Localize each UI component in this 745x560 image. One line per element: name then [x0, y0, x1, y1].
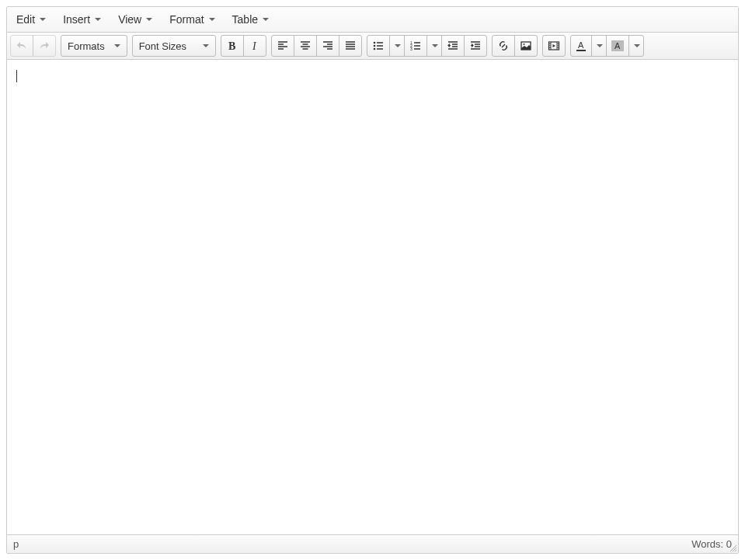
italic-button[interactable]: I: [243, 35, 266, 57]
indent-button[interactable]: [464, 35, 487, 57]
bold-icon: B: [226, 40, 238, 52]
bg-color-icon: A: [611, 40, 624, 51]
number-list-button[interactable]: 123: [404, 35, 427, 57]
fontsizes-select[interactable]: Font Sizes: [132, 35, 216, 57]
bold-button[interactable]: B: [221, 35, 244, 57]
align-group: [271, 35, 362, 57]
outdent-button[interactable]: [441, 35, 465, 57]
bold-italic-group: B I: [221, 35, 266, 57]
word-count-label: Words:: [691, 538, 723, 550]
formats-select[interactable]: Formats: [61, 35, 127, 57]
align-center-icon: [299, 40, 312, 52]
statusbar: p Words: 0: [7, 534, 738, 553]
align-justify-icon: [344, 40, 357, 52]
editor-container: Edit Insert View Format Table: [6, 6, 739, 554]
svg-text:A: A: [578, 40, 584, 50]
menu-insert-label: Insert: [63, 13, 90, 26]
redo-button[interactable]: [33, 35, 56, 57]
caret-icon: [95, 18, 101, 21]
align-right-icon: [322, 40, 334, 52]
menu-table-label: Table: [232, 13, 258, 26]
media-button[interactable]: [542, 35, 566, 57]
outdent-icon: [447, 40, 459, 52]
editor-content-area[interactable]: [7, 60, 738, 534]
italic-icon: I: [249, 40, 261, 52]
svg-text:3: 3: [410, 47, 413, 51]
list-group: 123: [367, 35, 487, 57]
align-justify-button[interactable]: [339, 35, 362, 57]
svg-text:B: B: [228, 40, 235, 52]
caret-icon: [395, 44, 401, 47]
caret-icon: [597, 44, 603, 47]
resize-handle-icon[interactable]: [729, 544, 737, 552]
bg-color-dropdown[interactable]: [628, 35, 644, 57]
color-group: A A: [570, 35, 644, 57]
caret-icon: [40, 18, 46, 21]
bullet-list-button[interactable]: [367, 35, 390, 57]
word-count: Words: 0: [691, 538, 732, 550]
undo-icon: [16, 40, 28, 52]
menu-insert[interactable]: Insert: [55, 9, 109, 30]
svg-text:A: A: [614, 41, 621, 50]
undo-button[interactable]: [10, 35, 33, 57]
indent-icon: [469, 40, 482, 52]
link-button[interactable]: [492, 35, 515, 57]
link-icon: [497, 40, 510, 52]
menubar: Edit Insert View Format Table: [7, 7, 738, 33]
undo-redo-group: [10, 35, 56, 57]
bg-color-button[interactable]: A: [606, 35, 629, 57]
svg-point-9: [523, 43, 524, 45]
bullet-list-icon: [372, 40, 385, 52]
text-color-icon: A: [576, 40, 586, 51]
bullet-list-dropdown[interactable]: [389, 35, 405, 57]
element-path[interactable]: p: [13, 538, 19, 550]
insert-group: [492, 35, 538, 57]
text-cursor: [16, 70, 17, 82]
svg-point-2: [373, 42, 375, 44]
caret-icon: [263, 18, 269, 21]
formats-group: Formats: [61, 35, 127, 57]
svg-text:I: I: [252, 40, 257, 52]
image-button[interactable]: [514, 35, 538, 57]
menu-edit-label: Edit: [16, 13, 35, 26]
media-icon: [548, 40, 560, 52]
menu-table[interactable]: Table: [225, 9, 277, 30]
align-center-button[interactable]: [294, 35, 317, 57]
svg-point-3: [373, 45, 375, 47]
text-color-button[interactable]: A: [570, 35, 592, 57]
caret-icon: [146, 18, 152, 21]
image-icon: [520, 40, 532, 52]
align-right-button[interactable]: [316, 35, 339, 57]
menu-view[interactable]: View: [110, 9, 160, 30]
menu-edit[interactable]: Edit: [9, 9, 54, 30]
number-list-dropdown[interactable]: [426, 35, 442, 57]
align-left-icon: [277, 40, 289, 52]
menu-format[interactable]: Format: [162, 9, 222, 30]
redo-icon: [38, 40, 50, 52]
toolbar: Formats Font Sizes B I: [7, 33, 738, 60]
menu-format-label: Format: [169, 13, 204, 26]
caret-icon: [114, 44, 120, 47]
media-group: [542, 35, 566, 57]
menu-view-label: View: [118, 13, 141, 26]
number-list-icon: 123: [409, 40, 422, 52]
text-color-dropdown[interactable]: [591, 35, 607, 57]
align-left-button[interactable]: [271, 35, 294, 57]
caret-icon: [209, 18, 215, 21]
formats-label: Formats: [68, 40, 105, 52]
svg-point-4: [373, 48, 375, 50]
caret-icon: [432, 44, 438, 47]
fontsizes-label: Font Sizes: [139, 40, 186, 52]
caret-icon: [203, 44, 209, 47]
caret-icon: [634, 44, 640, 47]
fontsizes-group: Font Sizes: [132, 35, 216, 57]
